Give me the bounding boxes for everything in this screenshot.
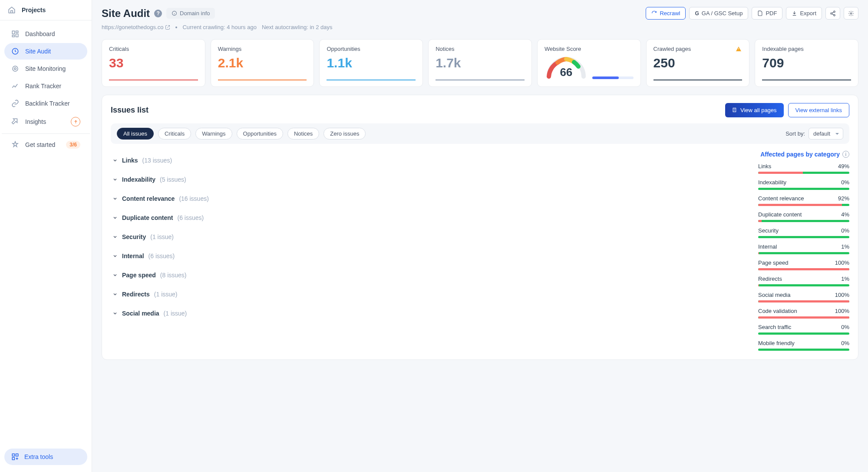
issue-row[interactable]: Security (1 issue) xyxy=(111,227,745,246)
issues-panel-header: Issues list View all pages View external… xyxy=(111,103,849,117)
pdf-button[interactable]: PDF xyxy=(752,7,782,20)
get-started-badge: 3/6 xyxy=(66,141,80,149)
issue-row[interactable]: Links (13 issues) xyxy=(111,151,745,170)
pdf-icon xyxy=(757,10,763,16)
category-pct: 0% xyxy=(841,324,849,330)
svg-rect-0 xyxy=(12,31,14,34)
category-row[interactable]: Page speed 100% xyxy=(758,259,849,270)
category-row[interactable]: Redirects 1% xyxy=(758,276,849,286)
site-url-link[interactable]: https://gonetothedogs.co xyxy=(102,24,170,30)
issues-title: Issues list xyxy=(111,106,149,115)
affected-header[interactable]: Affected pages by category i xyxy=(758,151,849,158)
issue-row[interactable]: Indexability (5 issues) xyxy=(111,170,745,189)
category-row[interactable]: Indexability 0% xyxy=(758,179,849,190)
category-name: Content relevance xyxy=(758,195,804,202)
stat-website-score[interactable]: Website Score 66 xyxy=(537,39,641,87)
issue-name: Indexability xyxy=(122,176,155,183)
extra-tools-button[interactable]: Extra tools xyxy=(4,449,87,465)
sidebar-projects-header[interactable]: Projects xyxy=(0,0,92,20)
domain-info-button[interactable]: Domain info xyxy=(166,8,215,19)
info-icon[interactable]: i xyxy=(842,151,849,158)
recrawl-button[interactable]: Recrawl xyxy=(646,7,686,20)
issue-name: Page speed xyxy=(122,272,156,279)
category-bar xyxy=(758,172,849,174)
ga-gsc-label: GA / GSC Setup xyxy=(702,10,743,17)
upgrade-icon[interactable] xyxy=(71,117,80,126)
issue-row[interactable]: Duplicate content (6 issues) xyxy=(111,208,745,227)
stat-label: Criticals xyxy=(109,46,198,52)
share-button[interactable] xyxy=(825,7,840,20)
chevron-down-icon xyxy=(112,273,118,278)
stat-notices[interactable]: Notices 1.7k xyxy=(428,39,532,87)
category-row[interactable]: Links 49% xyxy=(758,163,849,174)
category-pct: 1% xyxy=(841,276,849,282)
view-external-links-button[interactable]: View external links xyxy=(788,103,849,117)
nav-item-site-monitoring[interactable]: Site Monitoring xyxy=(4,60,87,77)
category-pct: 100% xyxy=(835,308,849,314)
category-name: Duplicate content xyxy=(758,211,802,218)
affected-title: Affected pages by category xyxy=(760,151,840,158)
recrawl-icon xyxy=(651,10,657,16)
nav-item-backlink-tracker[interactable]: Backlink Tracker xyxy=(4,95,87,112)
category-row[interactable]: Security 0% xyxy=(758,227,849,238)
chevron-down-icon xyxy=(112,292,118,297)
category-row[interactable]: Duplicate content 4% xyxy=(758,211,849,222)
issue-row[interactable]: Internal (6 issues) xyxy=(111,246,745,266)
category-row[interactable]: Content relevance 92% xyxy=(758,195,849,206)
affected-list: Links 49% Indexability 0% Content releva… xyxy=(758,163,849,351)
chevron-down-icon xyxy=(112,177,118,182)
category-row[interactable]: Mobile friendly 0% xyxy=(758,340,849,351)
category-row[interactable]: Search traffic 0% xyxy=(758,324,849,335)
filter-chip-zero-issues[interactable]: Zero issues xyxy=(323,128,366,140)
svg-rect-7 xyxy=(12,454,14,456)
issue-count: (1 issue) xyxy=(164,310,187,317)
stat-opportunities[interactable]: Opportunities 1.1k xyxy=(319,39,423,87)
category-pct: 4% xyxy=(841,211,849,218)
sidebar: Projects Dashboard Site Audit Site Monit… xyxy=(0,0,92,472)
info-icon xyxy=(172,10,177,16)
export-label: Export xyxy=(800,10,816,17)
external-link-icon xyxy=(165,25,170,30)
view-all-pages-button[interactable]: View all pages xyxy=(725,103,784,117)
issue-row[interactable]: Social media (1 issue) xyxy=(111,304,745,323)
export-button[interactable]: Export xyxy=(786,7,822,20)
category-row[interactable]: Code validation 100% xyxy=(758,308,849,319)
category-bar xyxy=(758,252,849,254)
filter-chip-all-issues[interactable]: All issues xyxy=(117,128,154,140)
nav-item-site-audit[interactable]: Site Audit xyxy=(4,43,87,60)
help-icon[interactable]: ? xyxy=(154,10,162,17)
issue-count: (6 issues) xyxy=(177,214,204,221)
stat-label: Notices xyxy=(436,46,525,52)
stat-warnings[interactable]: Warnings 2.1k xyxy=(211,39,314,87)
category-pct: 49% xyxy=(838,163,849,170)
nav-item-insights[interactable]: Insights xyxy=(4,113,87,131)
category-bar xyxy=(758,236,849,238)
issue-row[interactable]: Page speed (8 issues) xyxy=(111,266,745,285)
category-name: Redirects xyxy=(758,276,782,282)
issue-name: Security xyxy=(122,233,146,240)
filter-chip-opportunities[interactable]: Opportunities xyxy=(237,128,283,140)
stat-criticals[interactable]: Criticals 33 xyxy=(102,39,205,87)
affected-pages-sidebar: Affected pages by category i Links 49% I… xyxy=(758,151,849,351)
stat-crawled-pages[interactable]: Crawled pages 250 xyxy=(646,39,750,87)
export-icon xyxy=(792,10,797,16)
sort-control: Sort by: default xyxy=(785,128,843,140)
extra-tools-icon xyxy=(11,453,19,461)
score-gauge: 66 xyxy=(545,55,588,79)
get-started-icon xyxy=(11,141,19,149)
nav-item-get-started[interactable]: Get started 3/6 xyxy=(4,136,87,153)
filter-chip-criticals[interactable]: Criticals xyxy=(158,128,191,140)
ga-gsc-button[interactable]: G GA / GSC Setup xyxy=(689,7,748,20)
category-row[interactable]: Internal 1% xyxy=(758,243,849,254)
nav-item-rank-tracker[interactable]: Rank Tracker xyxy=(4,78,87,94)
nav-item-dashboard[interactable]: Dashboard xyxy=(4,26,87,42)
filter-chip-warnings[interactable]: Warnings xyxy=(195,128,232,140)
settings-button[interactable] xyxy=(844,7,858,20)
issue-row[interactable]: Content relevance (16 issues) xyxy=(111,189,745,208)
category-row[interactable]: Social media 100% xyxy=(758,292,849,302)
filter-bar: All issues Criticals Warnings Opportunit… xyxy=(111,123,849,144)
issue-row[interactable]: Redirects (1 issue) xyxy=(111,285,745,304)
sort-select[interactable]: default xyxy=(809,128,843,140)
stat-indexable-pages[interactable]: Indexable pages 709 xyxy=(755,39,858,87)
filter-chip-notices[interactable]: Notices xyxy=(287,128,319,140)
